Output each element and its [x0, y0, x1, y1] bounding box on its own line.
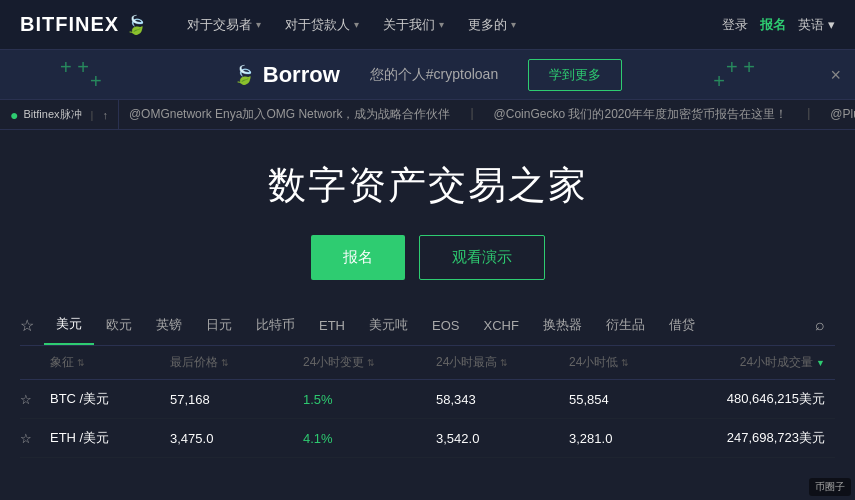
decoration-plus: + + [726, 56, 755, 79]
decoration-plus: + [713, 70, 725, 93]
col-high-header[interactable]: 24小时最高 ⇅ [436, 354, 569, 371]
high-cell: 58,343 [436, 392, 569, 407]
col-change-header[interactable]: 24小时变更 ⇅ [303, 354, 436, 371]
hero-demo-button[interactable]: 观看演示 [419, 235, 545, 280]
tab-eur[interactable]: 欧元 [94, 306, 144, 344]
borrow-leaf-icon: 🍃 [233, 64, 255, 86]
sort-icon: ⇅ [367, 358, 375, 368]
tab-btc[interactable]: 比特币 [244, 306, 307, 344]
hero-section: 数字资产交易之家 报名 观看演示 [0, 130, 855, 305]
low-cell: 3,281.0 [569, 431, 702, 446]
tab-usd[interactable]: 美元 [44, 305, 94, 345]
sort-icon: ⇅ [500, 358, 508, 368]
header: BITFINEX 🍃 对于交易者 ▾ 对于贷款人 ▾ 关于我们 ▾ 更多的 ▾ … [0, 0, 855, 50]
ticker-tape: ● Bitfinex脉冲 | ↑ @OMGnetwork Enya加入OMG N… [0, 100, 855, 130]
nav-lenders[interactable]: 对于贷款人 ▾ [275, 10, 369, 40]
ticker-item[interactable]: @Plutus PLIP | Pluton流动 [830, 106, 855, 123]
watermark: 币圈子 [809, 478, 851, 496]
high-cell: 3,542.0 [436, 431, 569, 446]
tab-lending[interactable]: 借贷 [657, 306, 707, 344]
chevron-down-icon: ▾ [256, 19, 261, 30]
promo-banner: + + + + + + 🍃 Borrow 您的个人#cryptoloan 学到更… [0, 50, 855, 100]
chevron-down-icon: ▾ [354, 19, 359, 30]
tab-derivatives[interactable]: 衍生品 [594, 306, 657, 344]
col-symbol-header[interactable]: 象征 ⇅ [50, 354, 170, 371]
sort-icon: ⇅ [77, 358, 85, 368]
market-tabs: ☆ 美元 欧元 英镑 日元 比特币 ETH 美元吨 EOS XCHF 换热器 衍… [20, 305, 835, 346]
nav-traders[interactable]: 对于交易者 ▾ [177, 10, 271, 40]
star-icon[interactable]: ☆ [20, 431, 50, 446]
login-link[interactable]: 登录 [722, 16, 748, 34]
tab-gbp[interactable]: 英镑 [144, 306, 194, 344]
ticker-item[interactable]: @CoinGecko 我们的2020年年度加密货币报告在这里！ [494, 106, 788, 123]
tab-jpy[interactable]: 日元 [194, 306, 244, 344]
main-nav: 对于交易者 ▾ 对于贷款人 ▾ 关于我们 ▾ 更多的 ▾ [177, 10, 722, 40]
chevron-down-icon: ▾ [511, 19, 516, 30]
search-icon[interactable]: ⌕ [805, 306, 835, 344]
volume-cell: 480,646,215美元 [702, 390, 835, 408]
logo-text: BITFINEX [20, 13, 119, 36]
change-cell: 4.1% [303, 431, 436, 446]
table-header: 象征 ⇅ 最后价格 ⇅ 24小时变更 ⇅ 24小时最高 ⇅ 24小时低 ⇅ 24… [20, 346, 835, 380]
logo-leaf-icon: 🍃 [125, 14, 147, 36]
col-low-header[interactable]: 24小时低 ⇅ [569, 354, 702, 371]
ticker-content: @OMGnetwork Enya加入OMG Network，成为战略合作伙伴 |… [119, 106, 855, 123]
tab-usdt[interactable]: 美元吨 [357, 306, 420, 344]
price-cell: 3,475.0 [170, 431, 303, 446]
banner-borrow-label: 🍃 Borrow [233, 62, 340, 88]
nav-about[interactable]: 关于我们 ▾ [373, 10, 454, 40]
market-section: ☆ 美元 欧元 英镑 日元 比特币 ETH 美元吨 EOS XCHF 换热器 衍… [0, 305, 855, 458]
tab-eos[interactable]: EOS [420, 308, 471, 343]
star-icon[interactable]: ☆ [20, 392, 50, 407]
symbol-cell: ETH /美元 [50, 429, 170, 447]
col-price-header[interactable]: 最后价格 ⇅ [170, 354, 303, 371]
header-right: 登录 报名 英语 ▾ [722, 16, 835, 34]
sort-icon: ⇅ [621, 358, 629, 368]
live-dot-icon: ● [10, 107, 18, 123]
tab-exchange[interactable]: 换热器 [531, 306, 594, 344]
chevron-down-icon: ▾ [439, 19, 444, 30]
symbol-cell: BTC /美元 [50, 390, 170, 408]
language-selector[interactable]: 英语 ▾ [798, 16, 835, 34]
sort-down-icon: ▼ [816, 358, 825, 368]
volume-cell: 247,698,723美元 [702, 429, 835, 447]
table-row[interactable]: ☆ ETH /美元 3,475.0 4.1% 3,542.0 3,281.0 2… [20, 419, 835, 458]
hero-register-button[interactable]: 报名 [311, 235, 405, 280]
banner-learn-button[interactable]: 学到更多 [528, 59, 622, 91]
ticker-live-label: ● Bitfinex脉冲 | ↑ [0, 100, 119, 129]
sort-icon: ⇅ [221, 358, 229, 368]
tab-xchf[interactable]: XCHF [471, 308, 530, 343]
hero-title: 数字资产交易之家 [20, 160, 835, 211]
chevron-down-icon: ▾ [828, 17, 835, 32]
decoration-plus: + + [60, 56, 89, 79]
low-cell: 55,854 [569, 392, 702, 407]
close-icon[interactable]: × [830, 64, 841, 85]
price-cell: 57,168 [170, 392, 303, 407]
logo: BITFINEX 🍃 [20, 13, 147, 36]
tab-eth[interactable]: ETH [307, 308, 357, 343]
change-cell: 1.5% [303, 392, 436, 407]
table-row[interactable]: ☆ BTC /美元 57,168 1.5% 58,343 55,854 480,… [20, 380, 835, 419]
register-link[interactable]: 报名 [760, 16, 786, 34]
ticker-item[interactable]: @OMGnetwork Enya加入OMG Network，成为战略合作伙伴 [129, 106, 451, 123]
col-volume-header[interactable]: 24小时成交量 ▼ [702, 354, 835, 371]
hero-buttons: 报名 观看演示 [20, 235, 835, 280]
banner-subtitle: 您的个人#cryptoloan [370, 66, 498, 84]
star-filter-icon[interactable]: ☆ [20, 306, 44, 345]
decoration-plus: + [90, 70, 102, 93]
nav-more[interactable]: 更多的 ▾ [458, 10, 526, 40]
